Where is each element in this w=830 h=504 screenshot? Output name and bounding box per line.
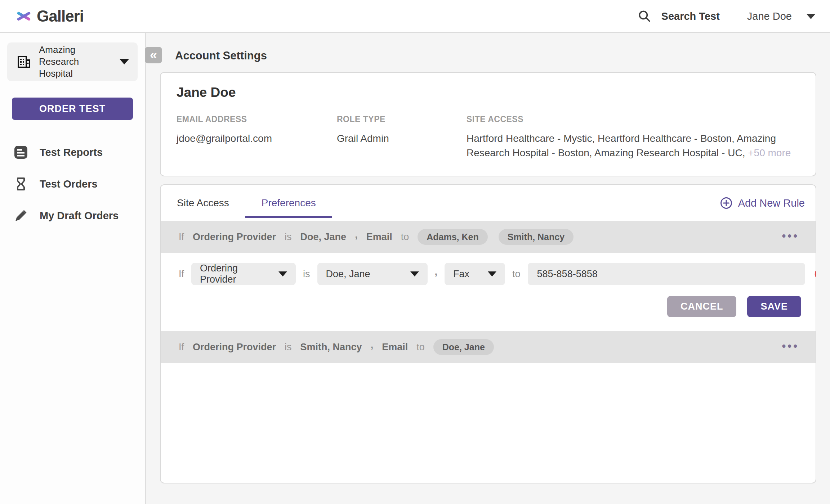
save-button[interactable]: SAVE xyxy=(747,296,801,317)
site-selector-label: Amazing Research Hospital xyxy=(39,44,112,80)
sidebar-item-test-orders[interactable]: Test Orders xyxy=(0,175,145,193)
email-field-group: EMAIL ADDRESS jdoe@grailportal.com xyxy=(177,114,337,160)
chevron-down-icon xyxy=(120,59,129,64)
recipient-pill: Smith, Nancy xyxy=(499,229,574,245)
condition-value-value: Doe, Jane xyxy=(326,269,370,280)
rule-if-label: If xyxy=(179,231,184,243)
site-access-more-link[interactable]: +50 more xyxy=(748,147,791,158)
sidebar-item-label: Test Orders xyxy=(40,178,98,190)
role-type-value: Grail Admin xyxy=(337,131,467,146)
condition-field-dropdown[interactable]: Ordering Provider xyxy=(191,263,296,285)
page-title: Account Settings xyxy=(175,48,267,64)
rule-options-button[interactable]: ••• xyxy=(782,340,799,353)
method-dropdown[interactable]: Fax xyxy=(445,263,505,285)
user-name: Jane Doe xyxy=(747,10,792,22)
rule-condition-value: Smith, Nancy xyxy=(300,342,362,353)
add-new-rule-button[interactable]: Add New Rule xyxy=(720,197,805,210)
building-icon xyxy=(16,54,32,70)
rule-editor: If Ordering Provider is Doe, Jane , Fax … xyxy=(161,253,816,331)
rule-separator: , xyxy=(371,339,374,351)
rule-is-label: is xyxy=(285,342,292,353)
rule-to-label: to xyxy=(401,231,409,243)
site-access-value: Hartford Healthcare - Mystic, Heartford … xyxy=(467,131,798,160)
recipient-pill: Doe, Jane xyxy=(433,339,494,355)
rule-is-label: is xyxy=(285,231,292,243)
chevron-down-icon xyxy=(278,271,287,276)
recipient-pill: Adams, Ken xyxy=(418,229,487,245)
profile-name: Jane Doe xyxy=(177,85,800,100)
tab-site-access[interactable]: Site Access xyxy=(161,185,245,221)
rule-condition-field: Ordering Provider xyxy=(193,231,276,243)
galleri-logo-icon xyxy=(16,8,32,24)
rule-action: Email xyxy=(382,342,408,353)
order-test-button[interactable]: ORDER TEST xyxy=(12,98,133,120)
condition-value-dropdown[interactable]: Doe, Jane xyxy=(317,263,428,285)
condition-field-value: Ordering Provider xyxy=(200,263,272,285)
rule-separator: , xyxy=(355,229,358,240)
role-type-group: ROLE TYPE Grail Admin xyxy=(337,114,467,160)
method-value: Fax xyxy=(453,269,469,280)
search-label: Search Test xyxy=(661,10,720,22)
email-value: jdoe@grailportal.com xyxy=(177,131,337,146)
report-icon xyxy=(13,144,29,160)
minus-circle-icon xyxy=(814,266,816,282)
search-test-button[interactable]: Search Test xyxy=(638,9,720,23)
site-access-text: Hartford Healthcare - Mystic, Heartford … xyxy=(467,133,776,158)
sidebar-collapse-button[interactable]: « xyxy=(145,47,162,63)
editor-separator: , xyxy=(435,266,438,278)
rule-row: If Ordering Provider is Doe, Jane , Emai… xyxy=(161,221,816,253)
sidebar-item-test-reports[interactable]: Test Reports xyxy=(0,144,145,161)
rule-if-label: If xyxy=(179,342,184,353)
cancel-button[interactable]: CANCEL xyxy=(667,296,737,317)
hourglass-icon xyxy=(13,176,29,192)
rule-options-button[interactable]: ••• xyxy=(782,230,799,243)
editor-if-label: If xyxy=(179,269,184,280)
top-bar: Galleri Search Test Jane Doe xyxy=(0,0,830,33)
site-access-group: SITE ACCESS Hartford Healthcare - Mystic… xyxy=(467,114,800,160)
plus-circle-icon xyxy=(720,197,733,210)
galleri-logo[interactable]: Galleri xyxy=(16,7,84,25)
sidebar-nav: Test Reports Test Orders My Draft Orders xyxy=(0,144,145,224)
preferences-card: Site Access Preferences Add New Rule If … xyxy=(160,184,816,483)
chevron-down-icon xyxy=(488,271,496,276)
tab-preferences[interactable]: Preferences xyxy=(245,185,332,221)
logo-text: Galleri xyxy=(37,7,84,25)
search-icon xyxy=(638,9,651,23)
chevron-down-icon xyxy=(410,271,419,276)
main-content: « Account Settings Jane Doe EMAIL ADDRES… xyxy=(146,33,830,504)
sidebar-item-my-draft-orders[interactable]: My Draft Orders xyxy=(0,207,145,224)
sidebar-item-label: Test Reports xyxy=(40,147,103,158)
rule-condition-value: Doe, Jane xyxy=(300,231,347,243)
editor-is-label: is xyxy=(303,269,310,280)
rule-row: If Ordering Provider is Smith, Nancy , E… xyxy=(161,331,816,363)
rule-condition-field: Ordering Provider xyxy=(193,342,276,353)
site-selector[interactable]: Amazing Research Hospital xyxy=(7,42,138,81)
sidebar: Amazing Research Hospital ORDER TEST Tes… xyxy=(0,33,146,504)
rule-action: Email xyxy=(366,231,392,243)
fax-number-input[interactable] xyxy=(528,263,805,285)
email-label: EMAIL ADDRESS xyxy=(177,114,337,124)
editor-to-label: to xyxy=(512,269,521,280)
chevron-down-icon xyxy=(806,14,816,19)
remove-rule-button[interactable] xyxy=(814,266,816,282)
tabs-row: Site Access Preferences Add New Rule xyxy=(161,185,816,221)
sidebar-item-label: My Draft Orders xyxy=(40,210,119,222)
add-new-rule-label: Add New Rule xyxy=(738,197,805,209)
profile-card: Jane Doe EMAIL ADDRESS jdoe@grailportal.… xyxy=(160,72,816,176)
site-access-label: SITE ACCESS xyxy=(467,114,798,124)
rule-to-label: to xyxy=(416,342,425,353)
role-type-label: ROLE TYPE xyxy=(337,114,467,124)
pencil-icon xyxy=(13,208,29,224)
user-menu[interactable]: Jane Doe xyxy=(747,10,816,22)
